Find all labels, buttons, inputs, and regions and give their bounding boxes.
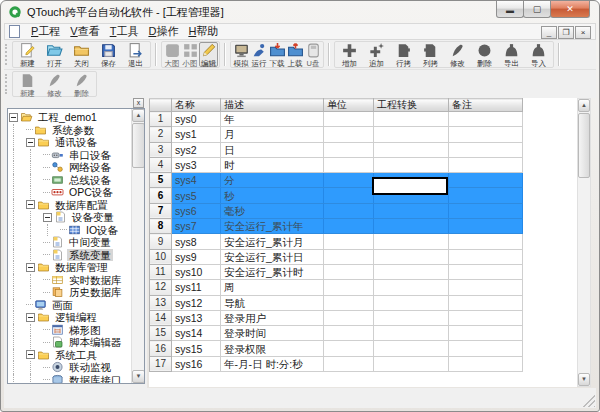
cell-name[interactable]: sys13 <box>172 310 221 325</box>
toolbar-button-big-icons[interactable]: 大图 <box>163 42 181 67</box>
row-number[interactable]: 13 <box>150 295 172 310</box>
cell-unit[interactable] <box>324 112 374 127</box>
cell-note[interactable] <box>449 264 523 279</box>
row-number[interactable]: 3 <box>150 142 172 157</box>
tree-item-通讯设备[interactable]: 通讯设备 <box>9 136 130 149</box>
cell-note[interactable] <box>449 280 523 295</box>
cell-name[interactable]: sys6 <box>172 203 221 218</box>
row-number[interactable]: 9 <box>150 234 172 249</box>
cell-unit[interactable] <box>324 188 374 203</box>
cell-conv[interactable] <box>374 341 449 356</box>
toolbar-button-small-icons[interactable]: 小图 <box>181 42 199 67</box>
cell-note[interactable] <box>449 219 523 234</box>
row-number[interactable]: 12 <box>150 280 172 295</box>
row-number[interactable]: 10 <box>150 249 172 264</box>
tree-item-系统参数[interactable]: 系统参数 <box>9 124 130 137</box>
cell-desc[interactable]: 登录用户 <box>221 310 324 325</box>
tree-expander-minus[interactable] <box>26 138 35 147</box>
cell-desc[interactable]: 秒 <box>221 188 324 203</box>
tree-item-OPC设备[interactable]: OPC设备 <box>9 186 130 199</box>
menu-P工程[interactable]: P工程 <box>26 24 65 38</box>
cell-conv[interactable] <box>374 310 449 325</box>
cell-desc[interactable]: 安全运行_累计日 <box>221 249 324 264</box>
tree-scrollbar[interactable]: ▲ ▼ <box>131 109 144 383</box>
row-number[interactable]: 17 <box>150 356 172 371</box>
cell-desc[interactable]: 月 <box>221 127 324 142</box>
tree-item-实时数据库[interactable]: 实时数据库 <box>9 274 130 287</box>
toolbar-button-simulate[interactable]: 模拟 <box>232 42 250 67</box>
cell-conv[interactable] <box>374 264 449 279</box>
tree-expander-minus[interactable] <box>26 313 35 322</box>
cell-unit[interactable] <box>324 280 374 295</box>
menu-D操作[interactable]: D操作 <box>143 24 183 38</box>
cell-note[interactable] <box>449 203 523 218</box>
toolbar-button-folder-open[interactable]: 打开 <box>41 42 68 67</box>
cell-unit[interactable] <box>324 127 374 142</box>
cell-conv[interactable] <box>374 142 449 157</box>
cell-conv[interactable] <box>374 326 449 341</box>
tree-expander-minus[interactable] <box>26 350 35 359</box>
tree-item-中间变量[interactable]: 中间变量 <box>9 236 130 249</box>
column-header-单位[interactable]: 单位 <box>324 99 374 112</box>
cell-note[interactable] <box>449 295 523 310</box>
row-number[interactable]: 5 <box>150 173 172 188</box>
cell-name[interactable]: sys10 <box>172 264 221 279</box>
cell-name[interactable]: sys16 <box>172 356 221 371</box>
tree-item-总线设备[interactable]: 总线设备 <box>9 174 130 187</box>
toolbar-button-save[interactable]: 保存 <box>95 42 122 67</box>
toolbar-button-add[interactable]: 增加 <box>336 42 363 67</box>
cell-unit[interactable] <box>324 173 374 188</box>
toolbar-button-delete[interactable]: 删除 <box>471 42 498 67</box>
dock-close-button[interactable]: x <box>133 98 144 108</box>
tree-expander-minus[interactable] <box>43 213 52 222</box>
toolbar-button-folder-close[interactable]: 关闭 <box>68 42 95 67</box>
cell-name[interactable]: sys15 <box>172 341 221 356</box>
cell-conv[interactable] <box>374 127 449 142</box>
tree-item-画面[interactable]: 画面 <box>9 299 130 312</box>
tree-item-设备变量[interactable]: 设备变量 <box>9 211 130 224</box>
cell-note[interactable] <box>449 127 523 142</box>
cell-unit[interactable] <box>324 310 374 325</box>
row-number[interactable]: 16 <box>150 341 172 356</box>
cell-desc[interactable]: 时 <box>221 157 324 172</box>
cell-conv[interactable] <box>374 112 449 127</box>
cell-desc[interactable]: 安全运行_累计月 <box>221 234 324 249</box>
cell-desc[interactable]: 导航 <box>221 295 324 310</box>
cell-note[interactable] <box>449 173 523 188</box>
cell-name[interactable]: sys12 <box>172 295 221 310</box>
row-number[interactable]: 7 <box>150 203 172 218</box>
tree-scroll-up-button[interactable]: ▲ <box>132 109 145 122</box>
toolbar-button-row-copy[interactable]: 行拷 <box>390 42 417 67</box>
cell-conv[interactable] <box>374 157 449 172</box>
tree-item-数据库管理[interactable]: 数据库管理 <box>9 261 130 274</box>
cell-note[interactable] <box>449 112 523 127</box>
cell-name[interactable]: sys1 <box>172 127 221 142</box>
cell-note[interactable] <box>449 234 523 249</box>
cell-unit[interactable] <box>324 203 374 218</box>
column-header-corner[interactable] <box>150 99 172 112</box>
cell-note[interactable] <box>449 341 523 356</box>
tree-item-网络设备[interactable]: 网络设备 <box>9 161 130 174</box>
cell-note[interactable] <box>449 326 523 341</box>
tree-expander-minus[interactable] <box>9 113 18 122</box>
cell-name[interactable]: sys7 <box>172 219 221 234</box>
toolbar-button-append[interactable]: 追加 <box>363 42 390 67</box>
cell-desc[interactable]: 登录权限 <box>221 341 324 356</box>
cell-name[interactable]: sys9 <box>172 249 221 264</box>
row-number[interactable]: 4 <box>150 157 172 172</box>
row-number[interactable]: 8 <box>150 219 172 234</box>
menu-T工具[interactable]: T工具 <box>105 24 144 38</box>
resize-grip[interactable] <box>582 394 595 407</box>
toolbar-button-col-copy[interactable]: 列拷 <box>417 42 444 67</box>
cell-unit[interactable] <box>324 157 374 172</box>
cell-conv[interactable] <box>374 295 449 310</box>
tree-item-逻辑编程[interactable]: 逻辑编程 <box>9 311 130 324</box>
tree-item-梯形图[interactable]: 梯形图 <box>9 324 130 337</box>
cell-desc[interactable]: 毫秒 <box>221 203 324 218</box>
table-scroll-down-button[interactable]: ▼ <box>578 373 590 386</box>
cell-desc[interactable]: 安全运行_累计年 <box>221 219 324 234</box>
column-header-描述[interactable]: 描述 <box>221 99 324 112</box>
cell-unit[interactable] <box>324 234 374 249</box>
tree-item-脚本编辑器[interactable]: 脚本编辑器 <box>9 336 130 349</box>
tree-item-系统工具[interactable]: 系统工具 <box>9 349 130 362</box>
